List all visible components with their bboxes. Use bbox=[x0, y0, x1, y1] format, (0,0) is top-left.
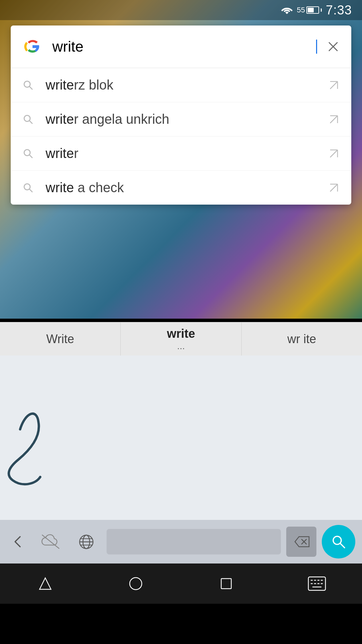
svg-line-9 bbox=[29, 121, 32, 123]
svg-line-32 bbox=[340, 543, 345, 548]
suggestion-word-write-cap: Write bbox=[46, 332, 74, 346]
svg-line-23 bbox=[42, 535, 59, 548]
keyboard-suggestion-write-lower[interactable]: write ... bbox=[121, 322, 241, 356]
suggestion-search-icon bbox=[21, 146, 36, 161]
svg-line-14 bbox=[29, 155, 32, 158]
keyboard-globe-icon[interactable] bbox=[71, 527, 101, 557]
svg-line-7 bbox=[330, 82, 338, 89]
keyboard-search-button[interactable] bbox=[322, 525, 355, 558]
nav-recents-button[interactable] bbox=[213, 570, 240, 597]
wifi-icon bbox=[281, 6, 293, 14]
keyboard-offline-icon bbox=[36, 527, 66, 557]
navigation-bar bbox=[0, 564, 362, 604]
svg-line-22 bbox=[330, 184, 338, 192]
clear-search-button[interactable] bbox=[325, 39, 341, 55]
suggestion-row[interactable]: writer angela unkrich bbox=[11, 102, 351, 137]
suggestion-search-icon bbox=[21, 78, 36, 93]
keyboard-text-input[interactable] bbox=[107, 529, 281, 554]
keyboard-suggestion-bar: Write write ... wr ite bbox=[0, 322, 362, 356]
status-bar: 55 7:33 bbox=[0, 0, 362, 20]
svg-line-12 bbox=[330, 116, 338, 123]
google-logo bbox=[21, 35, 44, 58]
suggestion-arrow-icon bbox=[326, 146, 341, 161]
nav-back-button[interactable] bbox=[32, 570, 59, 597]
suggestion-row[interactable]: writer bbox=[11, 137, 351, 171]
handwriting-svg bbox=[0, 356, 362, 520]
search-text[interactable]: write bbox=[52, 38, 315, 55]
nav-keyboard-button[interactable] bbox=[303, 570, 330, 597]
keyboard-delete-button[interactable] bbox=[286, 527, 316, 557]
search-bar: write bbox=[11, 25, 351, 68]
handwriting-input-area[interactable] bbox=[0, 356, 362, 520]
suggestion-text: writerz blok bbox=[46, 77, 316, 93]
text-cursor bbox=[316, 40, 317, 54]
keyboard-bottom-bar bbox=[0, 520, 362, 564]
keyboard-back-button[interactable] bbox=[7, 527, 30, 557]
suggestion-text: write a check bbox=[46, 180, 316, 195]
svg-line-19 bbox=[29, 189, 32, 192]
svg-point-34 bbox=[130, 578, 142, 590]
svg-marker-33 bbox=[40, 578, 51, 589]
nav-home-button[interactable] bbox=[122, 570, 149, 597]
suggestion-word-wr-ite: wr ite bbox=[287, 332, 316, 346]
suggestion-search-icon bbox=[21, 112, 36, 127]
keyboard-suggestion-wr-ite[interactable]: wr ite bbox=[242, 322, 362, 356]
suggestion-text: writer bbox=[46, 146, 316, 161]
svg-line-17 bbox=[330, 150, 338, 157]
search-input-area[interactable]: write bbox=[52, 38, 317, 55]
suggestion-more-dots: ... bbox=[177, 341, 185, 352]
status-time: 7:33 bbox=[326, 3, 352, 17]
svg-rect-35 bbox=[221, 579, 231, 589]
suggestion-arrow-icon bbox=[326, 180, 341, 195]
svg-line-4 bbox=[29, 87, 32, 89]
battery-icon: 55 bbox=[297, 6, 322, 14]
suggestion-arrow-icon bbox=[326, 112, 341, 127]
suggestion-text: writer angela unkrich bbox=[46, 112, 316, 127]
suggestion-search-icon bbox=[21, 180, 36, 195]
suggestion-row[interactable]: write a check bbox=[11, 171, 351, 205]
suggestion-word-write: write bbox=[167, 327, 195, 341]
suggestion-row[interactable]: writerz blok bbox=[11, 68, 351, 102]
search-card: write writerz blok bbox=[11, 25, 351, 205]
keyboard-suggestion-write-capital[interactable]: Write bbox=[0, 322, 121, 356]
suggestion-arrow-icon bbox=[326, 78, 341, 93]
